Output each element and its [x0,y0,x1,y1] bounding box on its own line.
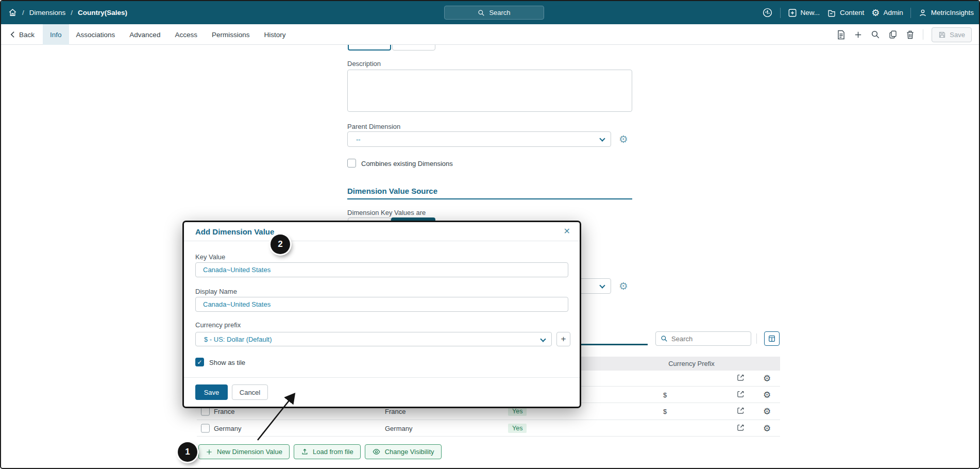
tab-info[interactable]: Info [43,24,69,45]
global-search-label: Search [489,9,510,16]
breadcrumb-dimensions[interactable]: Dimensions [29,9,66,16]
home-icon[interactable] [8,8,17,17]
display-name-input[interactable] [195,297,568,312]
external-link-icon[interactable] [736,390,745,400]
page-tabs: Back Info Associations Advanced Access P… [10,24,293,45]
search-icon[interactable] [871,30,880,39]
nav-user-label: MetricInsights [931,9,974,16]
tab-access[interactable]: Access [167,24,205,45]
display-name-label: Display Name [195,288,237,295]
nav-content-button[interactable]: Content [827,8,864,18]
parent-dimension-gear-icon[interactable]: ⚙ [617,133,630,145]
nav-admin-button[interactable]: ⚙ Admin [871,8,903,18]
nav-user-menu[interactable]: MetricInsights [918,8,974,18]
tab-permissions[interactable]: Permissions [205,24,257,45]
tab-associations[interactable]: Associations [69,24,123,45]
new-dimension-value-button[interactable]: New Dimension Value [198,444,290,459]
toolbar-divider [923,29,923,40]
show-as-tile-checkbox[interactable]: ✓ [195,358,204,366]
values-search-box[interactable] [655,331,751,346]
change-visibility-label: Change Visibility [385,448,434,456]
add-dimension-value-modal: Add Dimension Value ✕ Key Value Display … [182,221,581,408]
add-currency-button[interactable]: + [556,332,570,346]
breadcrumb-separator: / [22,9,24,16]
toolbar-actions: Save [837,24,972,45]
row-checkbox[interactable] [201,407,210,416]
show-as-tile-label: Show as tile [209,359,245,366]
currency-prefix-value: $ - US: Dollar (Default) [204,336,272,343]
page-toolbar: Back Info Associations Advanced Access P… [1,24,979,45]
currency-prefix-select[interactable]: $ - US: Dollar (Default) [195,332,552,346]
modal-cancel-button[interactable]: Cancel [232,384,268,400]
currency-prefix-cell: $ [663,391,667,398]
row-gear-icon[interactable]: ⚙ [763,374,771,383]
row-checkbox[interactable] [201,424,210,432]
table-row[interactable]: Germany Germany Yes ⚙ [197,420,780,437]
currency-prefix-label: Currency prefix [195,321,241,329]
search-icon [661,335,668,342]
row-gear-icon[interactable]: ⚙ [763,407,771,416]
parent-dimension-value: -- [356,136,361,143]
external-link-icon[interactable] [736,423,745,433]
close-icon[interactable]: ✕ [564,226,570,236]
source-select-gear-icon[interactable]: ⚙ [617,280,630,292]
modal-save-button[interactable]: Save [195,384,228,400]
parent-dimension-label: Parent Dimension [347,123,400,130]
currency-prefix-cell: $ [663,408,667,415]
nav-new-button[interactable]: New... [788,8,820,18]
back-button[interactable]: Back [10,31,35,39]
load-from-file-button[interactable]: Load from file [294,444,361,459]
navbar-right: New... Content ⚙ Admin MetricInsights [762,1,974,24]
top-navbar: / Dimensions / Country(Sales) Search New… [1,1,979,24]
chevron-down-icon [599,282,605,288]
key-value-cell: Germany [214,424,241,432]
global-search[interactable]: Search [444,6,544,20]
search-icon [478,9,485,16]
admin-gear-icon: ⚙ [871,8,880,18]
save-button[interactable]: Save [932,27,972,42]
new-plus-icon [788,8,797,18]
table-actions: New Dimension Value Load from file Chang… [198,444,442,459]
assistant-icon[interactable] [762,7,773,18]
values-search-input[interactable] [671,335,738,343]
description-textarea[interactable] [347,70,632,112]
key-value-label: Key Value [195,253,225,261]
trash-icon[interactable] [906,30,915,40]
modal-footer-divider [184,377,580,378]
modal-header-divider [184,241,580,241]
nav-divider [780,8,781,18]
key-values-are-label: Dimension Key Values are [347,209,426,216]
parent-dimension-select[interactable]: -- [347,131,611,147]
section-rule [347,198,632,199]
add-icon[interactable] [854,30,863,39]
tab-history[interactable]: History [257,24,293,45]
nav-admin-label: Admin [883,9,903,16]
external-link-icon[interactable] [736,373,745,383]
new-dimension-value-label: New Dimension Value [217,448,282,456]
app-window: / Dimensions / Country(Sales) Search New… [0,0,980,469]
breadcrumb-current-page: Country(Sales) [78,9,127,16]
document-icon[interactable] [837,30,846,40]
save-label: Save [950,31,965,39]
key-value-cell: France [214,408,234,415]
combines-dimensions-label: Combines existing Dimensions [361,160,453,167]
key-value-input[interactable] [195,262,568,277]
tab-advanced[interactable]: Advanced [122,24,167,45]
duplicate-icon[interactable] [888,30,898,39]
breadcrumb: / Dimensions / Country(Sales) [8,1,127,24]
content-icon [827,8,836,18]
display-name-cell: France [385,408,405,415]
row-gear-icon[interactable]: ⚙ [763,424,771,432]
breadcrumb-separator: / [71,9,73,16]
change-visibility-button[interactable]: Change Visibility [365,444,442,459]
chevron-down-icon [540,336,546,342]
combines-dimensions-checkbox[interactable] [347,159,356,167]
description-label: Description [347,60,381,68]
row-gear-icon[interactable]: ⚙ [763,390,771,399]
nav-content-label: Content [840,9,864,16]
back-label: Back [19,31,35,39]
display-name-cell: Germany [385,424,412,432]
load-from-file-label: Load from file [313,448,353,456]
column-settings-button[interactable] [764,331,780,346]
external-link-icon[interactable] [736,406,745,416]
